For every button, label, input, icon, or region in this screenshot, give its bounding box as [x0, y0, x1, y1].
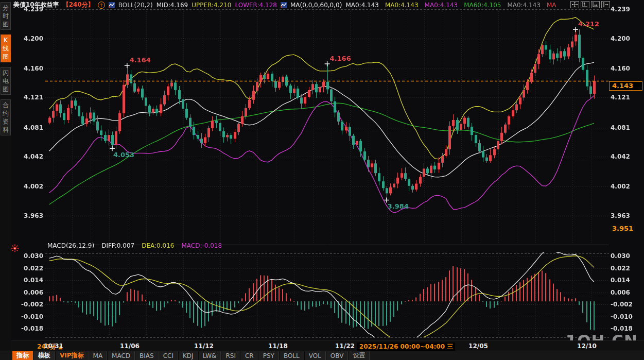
boll-indicator-icon[interactable]	[109, 2, 115, 8]
toolbar-item-CR[interactable]: CR	[240, 351, 258, 360]
price-tick-right: 4.200	[611, 35, 635, 42]
tab-char: 时	[1, 12, 10, 20]
toolbar-item-PSY[interactable]: PSY	[258, 351, 279, 360]
chart-tool-buttons	[570, 1, 610, 8]
toolbar-item-KDJ[interactable]: KDJ	[178, 351, 198, 360]
ma-value-0: MA0:4.143	[345, 2, 379, 9]
boll-label: BOLL(20,2)	[118, 2, 153, 9]
macd-tick-left: 0.030	[19, 252, 43, 260]
tab-char: 资	[1, 117, 10, 126]
sidebar-tab-1[interactable]: K线图	[1, 35, 11, 62]
toolbar-item-BOLL[interactable]: BOLL	[279, 351, 304, 360]
ma-value-4: MA0:4.143	[507, 2, 541, 9]
toolbar-item-BIAS[interactable]: BIAS	[135, 351, 159, 360]
toolbar-item-VIP指标[interactable]: VIP指标	[55, 351, 89, 360]
toolbar-item-模板[interactable]: 模板	[33, 351, 55, 360]
date-tick-label: 11/18	[268, 342, 288, 350]
tab-char: 约	[1, 109, 10, 117]
tab-char: 线	[1, 44, 10, 53]
sidebar-tab-3[interactable]: 合约资料	[1, 99, 11, 135]
date-tick-label: 11/06	[120, 342, 140, 350]
circle-plus-icon[interactable]: +	[98, 2, 105, 9]
sidebar-tab-2[interactable]: 闪电图	[1, 67, 11, 95]
macd-tick-left: -0.010	[19, 313, 43, 320]
flash-alert-icon[interactable]	[11, 244, 19, 252]
toolbar-item-设置[interactable]: 设置	[348, 351, 370, 360]
boll-mid-value: MID:4.169	[156, 2, 188, 9]
tab-char: 合	[1, 101, 10, 109]
price-tick-left: 3.963	[19, 212, 43, 219]
macd-header: MACD(26,12,9) DIFF:0.007 DEA:0.016 MACD:…	[47, 242, 222, 249]
price-tick-right: 3.963	[611, 212, 635, 219]
price-tick-left: 4.200	[19, 35, 43, 42]
toolbar-item-RSI[interactable]: RSI	[221, 351, 240, 360]
ma-value-3: MA60:4.105	[464, 2, 501, 9]
price-tick-left: 4.081	[19, 124, 43, 131]
macd-dea-value: DEA:0.016	[142, 242, 174, 249]
macd-diff-value: DIFF:0.007	[101, 242, 134, 249]
swing-high-label: 4.166	[330, 55, 351, 62]
macd-tick-left: 0.022	[19, 265, 43, 272]
price-tick-right: 4.121	[611, 94, 635, 101]
price-tick-left: 4.042	[19, 153, 43, 160]
tab-char: 闪	[1, 68, 10, 77]
boll-lower-value: LOWER:4.128	[235, 2, 277, 9]
indicator-header-bar: 美债10年收益率 【240分】 + BOLL(20,2) MID:4.169 U…	[13, 1, 556, 9]
ma-values-group: MA0:4.143MA0:4.143MA0:4.143MA60:4.105MA0…	[345, 2, 556, 9]
swing-high-label: 4.212	[578, 20, 599, 28]
symbol-title: 美债10年收益率	[13, 1, 59, 9]
ma-params-label: MA(0,0,0,60,0,0)	[290, 2, 342, 9]
chart-application-window: 分时图K线图闪电图合约资料 美债10年收益率 【240分】 + BOLL(20,…	[0, 0, 644, 360]
macd-tick-left: -0.018	[19, 325, 43, 332]
left-sidebar: 分时图K线图闪电图合约资料	[0, 0, 11, 360]
macd-tick-left: -0.002	[19, 301, 43, 308]
ma-value-5: MA	[547, 2, 556, 9]
current-price-tag: 4.143	[609, 81, 642, 91]
price-tick-left: 4.121	[19, 94, 43, 101]
tab-char: K	[1, 36, 10, 44]
sidebar-tab-0[interactable]: 分时图	[1, 2, 11, 30]
swing-high-label: 4.164	[130, 56, 151, 64]
price-tick-right: 4.081	[611, 124, 635, 131]
axis-zoom-right-icon[interactable]	[591, 1, 600, 8]
session-low-tag: 3.951	[611, 225, 635, 232]
selected-bar-time-label: 2025/11/26 00:00~04:00 三	[357, 342, 455, 351]
pan-move-icon[interactable]	[570, 1, 579, 8]
period-label: 【240分】	[63, 1, 94, 9]
tab-char: 图	[1, 20, 10, 28]
macd-tick-left: 0.014	[19, 277, 43, 284]
tab-char: 图	[1, 85, 10, 93]
toolbar-item-VOL[interactable]: VOL	[304, 351, 326, 360]
macd-tick-left: 0.006	[19, 289, 43, 296]
axis-zoom-up-icon[interactable]	[581, 1, 589, 8]
ma-value-2: MA0:4.143	[425, 2, 458, 9]
macd-tick-right: 0.014	[611, 277, 635, 284]
macd-tick-right: -0.002	[611, 301, 635, 308]
price-macd-chart-canvas[interactable]	[0, 0, 644, 360]
tab-char: 电	[1, 77, 10, 85]
tab-char: 图	[1, 53, 10, 61]
toolbar-item-OBV[interactable]: OBV	[326, 351, 349, 360]
swing-low-label: 4.053	[113, 151, 134, 159]
macd-tick-right: 0.022	[611, 265, 635, 272]
date-tick-label: 11/22	[335, 342, 355, 350]
tab-char: 分	[1, 4, 10, 12]
toolbar-item-MA[interactable]: MA	[89, 351, 108, 360]
macd-tick-right: 0.030	[611, 252, 635, 260]
collapse-panel-icon[interactable]	[601, 1, 610, 8]
price-tick-left: 4.160	[19, 65, 43, 72]
boll-upper-value: UPPER:4.210	[192, 2, 231, 9]
indicator-toolbar: 指标模板VIP指标MAMACDBIASCCIKDJLW&RSICRPSYBOLL…	[0, 351, 644, 360]
time-axis-bar: 240分 ▲ 10/3111/0611/1211/1811/222025/11/…	[0, 340, 644, 351]
macd-tick-right: -0.018	[611, 325, 635, 332]
price-tick-right: 4.042	[611, 153, 635, 160]
macd-tick-right: -0.010	[611, 313, 635, 320]
toolbar-item-指标[interactable]: 指标	[12, 351, 33, 360]
toolbar-item-LW&[interactable]: LW&	[198, 351, 221, 360]
ma-indicator-icon[interactable]	[281, 2, 287, 8]
toolbar-item-CCI[interactable]: CCI	[159, 351, 178, 360]
date-tick-label: 12/10	[577, 342, 597, 350]
swing-low-label: 3.984	[388, 202, 409, 210]
toolbar-item-MACD[interactable]: MACD	[107, 351, 135, 360]
macd-bar-value: MACD:-0.018	[181, 242, 222, 249]
